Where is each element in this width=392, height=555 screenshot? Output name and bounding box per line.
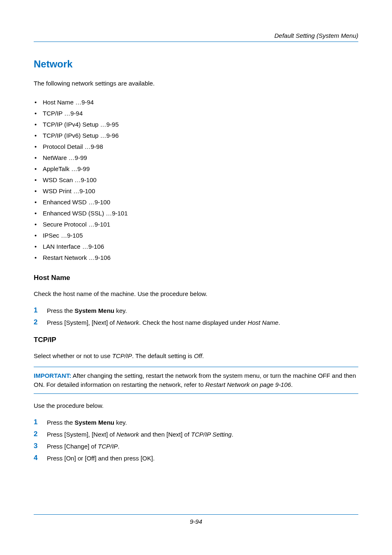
intro-text: The following network settings are avail… [34, 79, 358, 88]
step-item: 2 Press [System], [Next] of Network and … [34, 428, 358, 440]
host-name-steps: 1 Press the System Menu key. 2 Press [Sy… [34, 305, 358, 328]
list-item: LAN Interface …9-106 [34, 241, 358, 252]
note-text: After changing the setting, restart the … [34, 372, 356, 388]
footer-divider [34, 514, 358, 515]
step-number: 1 [34, 305, 37, 315]
subheading-tcpip: TCP/IP [34, 336, 358, 344]
step-text-italic: Host Name [248, 319, 279, 326]
list-item: Protocol Detail …9-98 [34, 141, 358, 152]
step-text-italic: TCP/IP [98, 443, 118, 450]
step-text-italic: Network [116, 319, 139, 326]
list-item: TCP/IP …9-94 [34, 108, 358, 119]
step-number: 2 [34, 429, 37, 439]
step-text: . [118, 443, 120, 450]
step-text: Press [System], [Next] of [47, 431, 116, 438]
page-number: 9-94 [190, 518, 202, 525]
tcpip-desc-italic: TCP/IP [112, 352, 132, 359]
tcpip-desc-text: . [202, 352, 204, 359]
header-divider [34, 42, 358, 42]
list-item: WSD Scan …9-100 [34, 174, 358, 185]
step-text: . Check the host name displayed under [139, 319, 247, 326]
step-item: 4 Press [On] or [Off] and then press [OK… [34, 452, 358, 464]
running-header: Default Setting (System Menu) [34, 32, 358, 42]
step-text: key. [114, 307, 127, 314]
tcpip-steps: 1 Press the System Menu key. 2 Press [Sy… [34, 416, 358, 464]
step-text-italic: TCP/IP Setting [191, 431, 232, 438]
note-link: Restart Network on page 9-106 [205, 381, 291, 388]
tcpip-desc-text: . The default setting is [132, 352, 194, 359]
step-text-bold: System Menu [75, 419, 115, 426]
tcpip-desc-text: Select whether or not to use [34, 352, 112, 359]
step-number: 2 [34, 317, 37, 327]
list-item: WSD Print …9-100 [34, 185, 358, 197]
running-header-text: Default Setting (System Menu) [274, 32, 358, 39]
list-item: TCP/IP (IPv4) Setup …9-95 [34, 119, 358, 130]
settings-list: Host Name …9-94 TCP/IP …9-94 TCP/IP (IPv… [34, 97, 358, 263]
list-item: TCP/IP (IPv6) Setup …9-96 [34, 130, 358, 141]
step-text: Press the [47, 307, 75, 314]
step-text: Press the [47, 419, 75, 426]
step-text: Press [Change] of [47, 443, 98, 450]
list-item: NetWare …9-99 [34, 152, 358, 163]
step-text: . [232, 431, 233, 438]
step-number: 4 [34, 453, 37, 463]
list-item: AppleTalk …9-99 [34, 163, 358, 174]
list-item: Enhanced WSD (SSL) …9-101 [34, 208, 358, 219]
step-text-italic: Network [116, 431, 139, 438]
host-name-desc: Check the host name of the machine. Use … [34, 289, 358, 298]
note-text: . [291, 381, 293, 388]
list-item: Restart Network …9-106 [34, 252, 358, 263]
step-text: Press [On] or [Off] and then press [OK]. [47, 455, 154, 462]
important-note: IMPORTANT: After changing the setting, r… [34, 367, 358, 394]
tcpip-use: Use the procedure below. [34, 401, 358, 410]
step-text: and then [Next] of [139, 431, 191, 438]
subheading-host-name: Host Name [34, 274, 358, 282]
step-text: Press [System], [Next] of [47, 319, 116, 326]
list-item: IPSec …9-105 [34, 230, 358, 241]
step-item: 1 Press the System Menu key. [34, 305, 358, 317]
step-text: key. [114, 419, 127, 426]
page-footer: 9-94 [34, 514, 358, 525]
step-text-bold: System Menu [75, 307, 115, 314]
step-text: . [279, 319, 280, 326]
list-item: Host Name …9-94 [34, 97, 358, 108]
tcpip-desc-italic: Off [194, 352, 202, 359]
page-title: Network [34, 58, 358, 70]
list-item: Secure Protocol …9-101 [34, 219, 358, 230]
step-number: 3 [34, 441, 37, 451]
step-number: 1 [34, 417, 37, 427]
step-item: 2 Press [System], [Next] of Network. Che… [34, 317, 358, 328]
list-item: Enhanced WSD …9-100 [34, 197, 358, 208]
step-item: 1 Press the System Menu key. [34, 416, 358, 428]
step-item: 3 Press [Change] of TCP/IP. [34, 440, 358, 452]
tcpip-desc: Select whether or not to use TCP/IP. The… [34, 352, 358, 360]
note-label: IMPORTANT: [34, 372, 71, 379]
